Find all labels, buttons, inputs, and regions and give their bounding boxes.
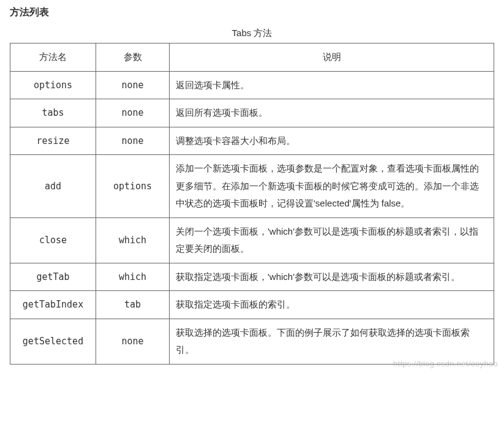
cell-param: none xyxy=(96,319,170,364)
cell-desc: 调整选项卡容器大小和布局。 xyxy=(170,127,494,155)
cell-param: which xyxy=(96,217,170,263)
cell-method: getSelected xyxy=(10,319,96,364)
table-caption: Tabs 方法 xyxy=(10,28,494,39)
cell-method: resize xyxy=(10,127,96,155)
cell-desc: 获取选择的选项卡面板。下面的例子展示了如何获取选择的选项卡面板索引。 xyxy=(170,319,494,364)
table-row: getSelectednone获取选择的选项卡面板。下面的例子展示了如何获取选择… xyxy=(10,319,494,364)
cell-method: getTab xyxy=(10,263,96,291)
methods-table: 方法名 参数 说明 optionsnone返回选项卡属性。tabsnone返回所… xyxy=(10,43,494,365)
cell-param: none xyxy=(96,99,170,127)
cell-method: tabs xyxy=(10,99,96,127)
cell-desc: 添加一个新选项卡面板，选项参数是一个配置对象，查看选项卡面板属性的更多细节。在添… xyxy=(170,155,494,218)
table-row: closewhich关闭一个选项卡面板，'which'参数可以是选项卡面板的标题… xyxy=(10,217,494,263)
cell-desc: 获取指定选项卡面板，'which'参数可以是选项卡面板的标题或者索引。 xyxy=(170,263,494,291)
table-row: addoptions添加一个新选项卡面板，选项参数是一个配置对象，查看选项卡面板… xyxy=(10,155,494,218)
table-row: optionsnone返回选项卡属性。 xyxy=(10,71,494,99)
table-row: tabsnone返回所有选项卡面板。 xyxy=(10,99,494,127)
cell-method: getTabIndex xyxy=(10,291,96,319)
cell-param: tab xyxy=(96,291,170,319)
cell-param: which xyxy=(96,263,170,291)
cell-method: add xyxy=(10,155,96,218)
cell-desc: 关闭一个选项卡面板，'which'参数可以是选项卡面板的标题或者索引，以指定要关… xyxy=(170,217,494,263)
table-row: getTabwhich获取指定选项卡面板，'which'参数可以是选项卡面板的标… xyxy=(10,263,494,291)
cell-desc: 获取指定选项卡面板的索引。 xyxy=(170,291,494,319)
header-desc: 说明 xyxy=(170,43,494,72)
cell-desc: 返回选项卡属性。 xyxy=(170,71,494,99)
table-row: resizenone调整选项卡容器大小和布局。 xyxy=(10,127,494,155)
cell-method: close xyxy=(10,217,96,263)
cell-method: options xyxy=(10,71,96,99)
table-row: getTabIndextab获取指定选项卡面板的索引。 xyxy=(10,291,494,319)
section-title: 方法列表 xyxy=(10,6,494,19)
cell-param: options xyxy=(96,155,170,218)
cell-desc: 返回所有选项卡面板。 xyxy=(170,99,494,127)
table-header-row: 方法名 参数 说明 xyxy=(10,43,494,72)
cell-param: none xyxy=(96,127,170,155)
header-method: 方法名 xyxy=(10,43,96,72)
cell-param: none xyxy=(96,71,170,99)
header-param: 参数 xyxy=(96,43,170,72)
